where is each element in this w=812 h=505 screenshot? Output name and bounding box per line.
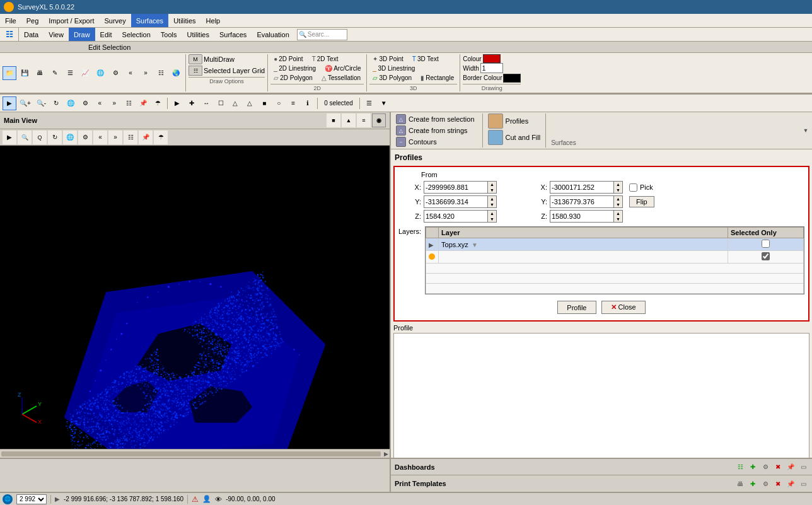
from-y-down[interactable]: ▼ xyxy=(488,202,496,207)
profile-btn[interactable]: Profile xyxy=(557,301,596,314)
open-btn[interactable]: 📁 xyxy=(3,66,16,80)
table-row-2[interactable] xyxy=(426,251,804,264)
close-btn[interactable]: ✕ Close xyxy=(601,301,646,314)
right-arr[interactable]: » xyxy=(107,96,121,110)
app-icon-btn[interactable]: ☷ xyxy=(0,28,19,41)
selected-only-check-2[interactable] xyxy=(762,252,770,260)
menu-surfaces[interactable]: Surfaces xyxy=(131,14,168,27)
to-x-input[interactable]: ▲ ▼ xyxy=(550,181,623,194)
print-float-icon[interactable]: ▭ xyxy=(798,479,808,489)
from-z-up[interactable]: ▲ xyxy=(488,211,496,216)
contours-btn[interactable]: ~ Contours xyxy=(393,136,477,148)
globe-btn[interactable]: 🌏 xyxy=(169,66,183,80)
dash-close-icon[interactable]: ✖ xyxy=(773,462,783,472)
h-scroll-track[interactable] xyxy=(1,451,381,456)
menu-help[interactable]: Help xyxy=(201,14,226,27)
to-x-field[interactable] xyxy=(550,182,613,193)
settings3-view[interactable]: ⚙ xyxy=(78,131,92,144)
zoom-selector[interactable]: 2 992 xyxy=(16,494,47,504)
print-pin-icon[interactable]: 📌 xyxy=(786,479,796,489)
create-from-strings-btn[interactable]: △ Create from strings xyxy=(393,125,477,136)
create-from-selection-btn[interactable]: △ Create from selection xyxy=(393,113,477,125)
to-y-up[interactable]: ▲ xyxy=(614,196,622,202)
measure-tool[interactable]: ↔ xyxy=(199,96,213,110)
zoomout-view[interactable]: Q xyxy=(33,131,47,144)
h-scrollbar[interactable]: ▶ xyxy=(0,449,390,458)
menu-utilities[interactable]: Utilities xyxy=(182,28,214,41)
zoomin-view[interactable]: 🔍 xyxy=(18,131,32,144)
from-z-input[interactable]: ▲ ▼ xyxy=(424,210,497,223)
from-x-up[interactable]: ▲ xyxy=(488,182,496,187)
menu-selection[interactable]: Selection xyxy=(117,28,156,41)
flip-btn[interactable]: Flip xyxy=(629,196,654,207)
to-x-arrows[interactable]: ▲ ▼ xyxy=(613,182,622,193)
menu-data[interactable]: Data xyxy=(19,28,44,41)
info-tool[interactable]: ℹ xyxy=(301,96,315,110)
colour-swatch[interactable] xyxy=(483,54,501,63)
3d-linestring-btn[interactable]: ⎯ 3D Linestring xyxy=(369,64,418,73)
from-z-down[interactable]: ▼ xyxy=(488,216,496,222)
grid3-view[interactable]: ☷ xyxy=(124,131,137,144)
rotate-view[interactable]: ↻ xyxy=(48,131,62,144)
2d-polygon-btn[interactable]: ▱ 2D Polygon xyxy=(270,73,316,83)
from-z-field[interactable] xyxy=(424,211,487,222)
grid-btn[interactable]: ☷ xyxy=(154,66,168,80)
from-z-arrows[interactable]: ▲ ▼ xyxy=(487,211,496,222)
from-y-arrows[interactable]: ▲ ▼ xyxy=(487,196,496,207)
pick-checkbox[interactable] xyxy=(629,183,637,192)
menu-file[interactable]: File xyxy=(0,14,21,27)
globe2-view[interactable]: 🌐 xyxy=(63,131,77,144)
right-view[interactable]: » xyxy=(108,131,122,144)
to-z-input[interactable]: ▲ ▼ xyxy=(550,210,623,223)
search-box[interactable]: 🔍 Searc... xyxy=(297,29,347,40)
prev-btn[interactable]: « xyxy=(124,66,137,80)
print-btn[interactable]: 🖶 xyxy=(33,66,47,80)
from-y-field[interactable] xyxy=(424,196,487,207)
pointer-view[interactable]: ▶ xyxy=(3,131,16,144)
menu-survey[interactable]: Survey xyxy=(99,14,130,27)
3d-point-btn[interactable]: ✦ 3D Point xyxy=(369,54,406,64)
print-add-icon[interactable]: ✚ xyxy=(748,479,758,489)
chart-btn[interactable]: 📈 xyxy=(78,66,92,80)
to-x-down[interactable]: ▼ xyxy=(614,187,622,193)
tessellation-btn[interactable]: △ Tessellation xyxy=(318,73,364,83)
to-z-up[interactable]: ▲ xyxy=(614,211,622,216)
multidraw-icon[interactable]: M xyxy=(188,54,202,64)
to-y-down[interactable]: ▼ xyxy=(614,202,622,207)
dash-add-icon[interactable]: ✚ xyxy=(748,462,758,472)
extra-btn1[interactable]: ☂ xyxy=(151,96,165,110)
settings2-btn[interactable]: ⚙ xyxy=(78,96,92,110)
window-tool[interactable]: ■ xyxy=(257,96,271,110)
menu-draw[interactable]: Draw xyxy=(69,28,95,41)
table-btn[interactable]: ☰ xyxy=(362,96,376,110)
dash-float-icon[interactable]: ▭ xyxy=(798,462,808,472)
settings-btn[interactable]: ⚙ xyxy=(108,66,122,80)
dash-settings-icon[interactable]: ⚙ xyxy=(760,462,770,472)
from-x-arrows[interactable]: ▲ ▼ xyxy=(487,182,496,193)
world-btn[interactable]: 🌐 xyxy=(93,66,107,80)
3d-polygon-btn[interactable]: ▱ 3D Polygon xyxy=(369,73,415,83)
next-btn[interactable]: » xyxy=(139,66,153,80)
globe-nav[interactable]: 🌐 xyxy=(64,96,78,110)
print-close-icon[interactable]: ✖ xyxy=(773,479,783,489)
view-btn4[interactable]: ◉ xyxy=(372,113,386,127)
select-tool[interactable]: ☐ xyxy=(214,96,228,110)
arc-circle-btn[interactable]: ♈ Arc/Circle xyxy=(322,64,364,73)
left-view[interactable]: « xyxy=(93,131,107,144)
2d-point-btn[interactable]: ● 2D Point xyxy=(270,54,306,64)
to-z-down[interactable]: ▼ xyxy=(614,216,622,222)
left-arr[interactable]: « xyxy=(93,96,107,110)
distance-tool[interactable]: ≡ xyxy=(286,96,300,110)
globe-btn-status[interactable]: 🌐 xyxy=(3,494,13,504)
from-x-field[interactable] xyxy=(424,182,487,193)
from-x-input[interactable]: ▲ ▼ xyxy=(424,181,497,194)
profiles-surf-label[interactable]: Profiles xyxy=(506,117,529,125)
save-btn[interactable]: 💾 xyxy=(18,66,32,80)
pin-btn[interactable]: 📌 xyxy=(136,96,150,110)
2d-linestring-btn[interactable]: ⎯ 2D Linestring xyxy=(270,64,319,73)
zoom-out-btn[interactable]: 🔍- xyxy=(34,96,49,110)
rotate-btn[interactable]: ↻ xyxy=(49,96,63,110)
lasso-tool[interactable]: △ xyxy=(243,96,257,110)
from-y-up[interactable]: ▲ xyxy=(488,196,496,202)
to-y-arrows[interactable]: ▲ ▼ xyxy=(613,196,622,207)
